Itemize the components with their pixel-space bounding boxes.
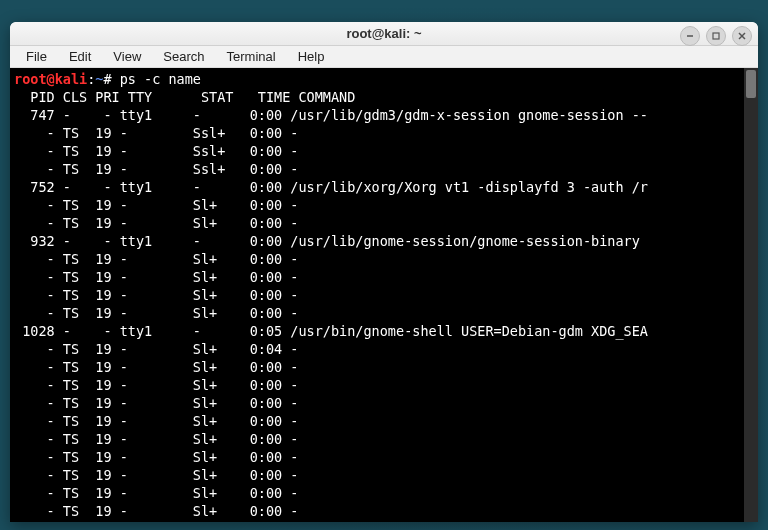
menu-help[interactable]: Help <box>288 46 335 67</box>
svg-rect-1 <box>713 33 719 39</box>
titlebar[interactable]: root@kali: ~ <box>10 22 758 46</box>
close-icon <box>737 31 747 41</box>
menu-terminal[interactable]: Terminal <box>217 46 286 67</box>
minimize-icon <box>685 31 695 41</box>
menu-file[interactable]: File <box>16 46 57 67</box>
menu-view[interactable]: View <box>103 46 151 67</box>
menu-search[interactable]: Search <box>153 46 214 67</box>
scrollbar[interactable] <box>744 68 758 522</box>
maximize-button[interactable] <box>706 26 726 46</box>
window-controls <box>680 26 752 46</box>
minimize-button[interactable] <box>680 26 700 46</box>
terminal-output[interactable]: root@kali:~# ps -c name PID CLS PRI TTY … <box>10 68 744 522</box>
menu-edit[interactable]: Edit <box>59 46 101 67</box>
terminal-area: root@kali:~# ps -c name PID CLS PRI TTY … <box>10 68 758 522</box>
maximize-icon <box>711 31 721 41</box>
scroll-thumb[interactable] <box>746 70 756 98</box>
terminal-window: root@kali: ~ File Edit View Search Termi… <box>10 22 758 522</box>
menubar: File Edit View Search Terminal Help <box>10 46 758 68</box>
close-button[interactable] <box>732 26 752 46</box>
window-title: root@kali: ~ <box>10 26 758 41</box>
